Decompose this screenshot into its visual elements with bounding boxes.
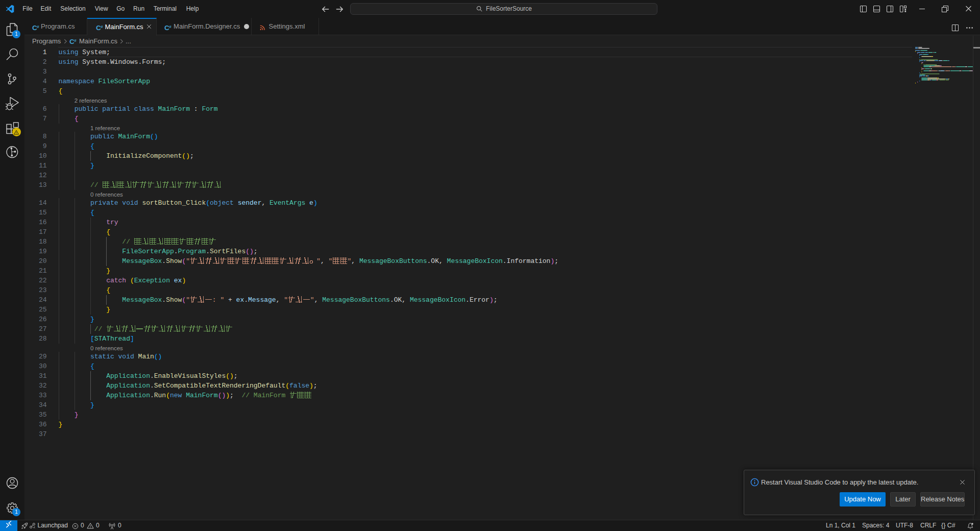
svg-text:#: # xyxy=(37,25,39,29)
svg-text:#: # xyxy=(74,38,77,43)
svg-text:#: # xyxy=(169,25,172,29)
svg-text:#: # xyxy=(101,25,103,29)
